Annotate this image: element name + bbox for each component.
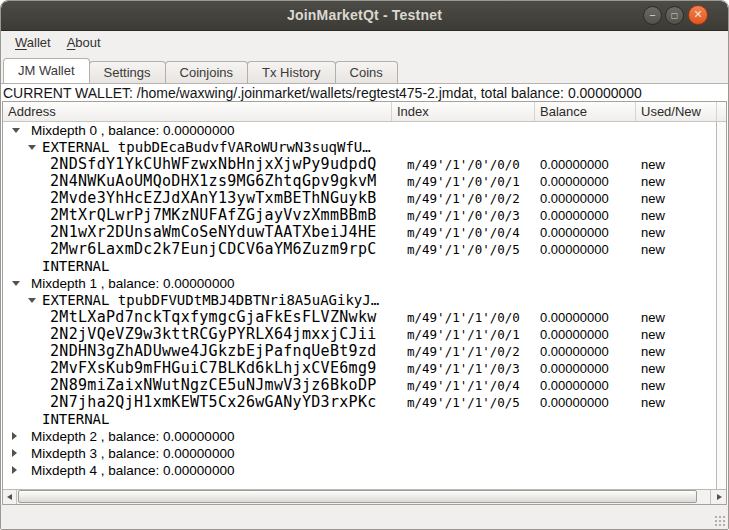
collapse-arrow-icon[interactable] bbox=[12, 128, 20, 133]
address-cell: 2N1wXr2DUnsaWmCoSeNYduwTAATXbeiJ4HE bbox=[3, 224, 392, 241]
status-cell: new bbox=[636, 157, 716, 172]
index-cell: m/49'/1'/1'/0/1 bbox=[392, 327, 535, 342]
tab-tx-history[interactable]: Tx History bbox=[247, 61, 336, 83]
status-bar bbox=[1, 505, 728, 529]
tree-row[interactable]: Mixdepth 1 , balance: 0.00000000 bbox=[3, 275, 716, 292]
address-cell: 2Mwr6LaxmDc2k7EunjCDCV6aYM6Zuzm9rpC bbox=[3, 241, 392, 258]
address-cell: EXTERNAL tpubDFVUDtMBJ4DBTNri8A5uAGikyJ… bbox=[3, 292, 392, 309]
status-cell: new bbox=[636, 225, 716, 240]
tree-row[interactable]: 2MtXrQLwrPj7MKzNUFAfZGjayVvzXmmBBmBm/49'… bbox=[3, 207, 716, 224]
row-label: Mixdepth 0 , balance: 0.00000000 bbox=[31, 123, 234, 138]
address-cell: Mixdepth 3 , balance: 0.00000000 bbox=[3, 445, 392, 462]
expand-arrow-icon[interactable] bbox=[12, 466, 17, 474]
app-window: JoinMarketQt - Testnet − ▢ ✕ WalletAbout… bbox=[0, 0, 729, 530]
row-label: 2MvFXsKub9mFHGuiC7BLKd6kLhjxCVE6mg9 bbox=[50, 360, 377, 377]
horizontal-scrollbar-thumb[interactable] bbox=[18, 490, 697, 503]
collapse-arrow-icon[interactable] bbox=[12, 281, 20, 286]
address-cell: 2MvFXsKub9mFHGuiC7BLKd6kLhjxCVE6mg9 bbox=[3, 360, 392, 377]
tab-coinjoins[interactable]: Coinjoins bbox=[165, 61, 248, 83]
tree-row[interactable]: 2NDHN3gZhADUwwe4JGkzbEjPafnqUeBt9zdm/49'… bbox=[3, 343, 716, 360]
scroll-left-button[interactable] bbox=[3, 490, 17, 504]
balance-cell: 0.00000000 bbox=[535, 174, 636, 189]
tab-jm-wallet[interactable]: JM Wallet bbox=[3, 58, 90, 83]
expand-arrow-icon[interactable] bbox=[12, 432, 17, 440]
tree-row[interactable]: 2N2jVQeVZ9w3kttRCGyPYRLX64jmxxjCJiim/49'… bbox=[3, 326, 716, 343]
address-cell: 2Mvde3YhHcEZJdXAnY13ywTxmBEThNGuykB bbox=[3, 190, 392, 207]
balance-cell: 0.00000000 bbox=[535, 327, 636, 342]
balance-cell: 0.00000000 bbox=[535, 225, 636, 240]
menubar: WalletAbout bbox=[1, 31, 728, 57]
tree-row[interactable]: 2N89miZaixNWutNgzCE5uNJmwV3jz6BkoDPm/49'… bbox=[3, 377, 716, 394]
tree-row[interactable]: 2MtLXaPd7nckTqxfymgcGjaFkEsFLVZNwkwm/49'… bbox=[3, 309, 716, 326]
balance-cell: 0.00000000 bbox=[535, 395, 636, 410]
row-label: 2Mvde3YhHcEZJdXAnY13ywTxmBEThNGuykB bbox=[50, 190, 377, 207]
tree-row[interactable]: Mixdepth 4 , balance: 0.00000000 bbox=[3, 462, 716, 479]
status-cell: new bbox=[636, 208, 716, 223]
address-cell: Mixdepth 1 , balance: 0.00000000 bbox=[3, 275, 392, 292]
titlebar[interactable]: JoinMarketQt - Testnet − ▢ ✕ bbox=[1, 1, 728, 31]
tree-row[interactable]: 2N1wXr2DUnsaWmCoSeNYduwTAATXbeiJ4HEm/49'… bbox=[3, 224, 716, 241]
scroll-right-button[interactable] bbox=[710, 490, 726, 504]
vertical-scrollbar[interactable] bbox=[716, 122, 726, 489]
row-label: INTERNAL bbox=[42, 258, 109, 274]
row-label: 2Mwr6LaxmDc2k7EunjCDCV6aYM6Zuzm9rpC bbox=[50, 241, 377, 258]
tab-settings[interactable]: Settings bbox=[89, 61, 166, 83]
tree-row[interactable]: EXTERNAL tpubDEcaBudvfVARoWUrwN3suqWfU… bbox=[3, 139, 716, 156]
resize-grip[interactable] bbox=[713, 514, 725, 526]
status-cell: new bbox=[636, 242, 716, 257]
wallet-tab-pane: CURRENT WALLET: /home/waxwing/.joinmarke… bbox=[1, 83, 728, 505]
row-label: Mixdepth 2 , balance: 0.00000000 bbox=[31, 429, 234, 444]
menu-item-wallet[interactable]: Wallet bbox=[7, 31, 59, 50]
column-header-balance[interactable]: Balance bbox=[535, 102, 636, 121]
row-label: 2N89miZaixNWutNgzCE5uNJmwV3jz6BkoDP bbox=[50, 377, 377, 394]
minimize-button[interactable]: − bbox=[643, 6, 662, 25]
row-label: INTERNAL bbox=[42, 411, 109, 427]
column-header-address[interactable]: Address bbox=[3, 102, 392, 121]
tree-row[interactable]: 2N4NWKuAoUMQoDHX1zs9MG6ZhtqGpv9gkvMm/49'… bbox=[3, 173, 716, 190]
column-header-used-new[interactable]: Used/New bbox=[636, 102, 716, 121]
tree-row[interactable]: INTERNAL bbox=[3, 258, 716, 275]
index-cell: m/49'/1'/1'/0/5 bbox=[392, 395, 535, 410]
row-label: 2MtLXaPd7nckTqxfymgcGjaFkEsFLVZNwkw bbox=[50, 309, 377, 326]
column-header-index[interactable]: Index bbox=[392, 102, 535, 121]
maximize-button[interactable]: ▢ bbox=[665, 6, 684, 25]
tree-row[interactable]: 2Mvde3YhHcEZJdXAnY13ywTxmBEThNGuykBm/49'… bbox=[3, 190, 716, 207]
balance-cell: 0.00000000 bbox=[535, 191, 636, 206]
index-cell: m/49'/1'/1'/0/4 bbox=[392, 378, 535, 393]
current-wallet-label: CURRENT WALLET: /home/waxwing/.joinmarke… bbox=[3, 85, 726, 101]
collapse-arrow-icon[interactable] bbox=[28, 145, 36, 150]
tree-row[interactable]: EXTERNAL tpubDFVUDtMBJ4DBTNri8A5uAGikyJ… bbox=[3, 292, 716, 309]
tree-row[interactable]: 2MvFXsKub9mFHGuiC7BLKd6kLhjxCVE6mg9m/49'… bbox=[3, 360, 716, 377]
row-label: 2N7jha2QjH1xmKEWT5Cx26wGANyYD3rxPKc bbox=[50, 394, 377, 411]
status-cell: new bbox=[636, 174, 716, 189]
tree-row[interactable]: Mixdepth 3 , balance: 0.00000000 bbox=[3, 445, 716, 462]
balance-cell: 0.00000000 bbox=[535, 242, 636, 257]
tree-row[interactable]: 2NDSfdY1YkCUhWFzwxNbHnjxXjwPy9udpdQm/49'… bbox=[3, 156, 716, 173]
balance-cell: 0.00000000 bbox=[535, 310, 636, 325]
tree-row[interactable]: INTERNAL bbox=[3, 411, 716, 428]
address-cell: Mixdepth 0 , balance: 0.00000000 bbox=[3, 122, 392, 139]
address-cell: 2N89miZaixNWutNgzCE5uNJmwV3jz6BkoDP bbox=[3, 377, 392, 394]
index-cell: m/49'/1'/0'/0/4 bbox=[392, 225, 535, 240]
collapse-arrow-icon[interactable] bbox=[28, 298, 36, 303]
close-button[interactable]: ✕ bbox=[688, 5, 708, 25]
status-cell: new bbox=[636, 361, 716, 376]
header-spacer bbox=[716, 102, 726, 121]
tree-row[interactable]: Mixdepth 2 , balance: 0.00000000 bbox=[3, 428, 716, 445]
address-cell: Mixdepth 4 , balance: 0.00000000 bbox=[3, 462, 392, 479]
tab-coins[interactable]: Coins bbox=[335, 61, 398, 83]
status-cell: new bbox=[636, 310, 716, 325]
expand-arrow-icon[interactable] bbox=[12, 449, 17, 457]
tab-bar: JM WalletSettingsCoinjoinsTx HistoryCoin… bbox=[1, 57, 728, 83]
menu-item-about[interactable]: About bbox=[59, 31, 109, 50]
horizontal-scrollbar[interactable] bbox=[3, 489, 726, 504]
tree-row[interactable]: Mixdepth 0 , balance: 0.00000000 bbox=[3, 122, 716, 139]
address-cell: 2MtLXaPd7nckTqxfymgcGjaFkEsFLVZNwkw bbox=[3, 309, 392, 326]
status-cell: new bbox=[636, 378, 716, 393]
row-label: 2NDHN3gZhADUwwe4JGkzbEjPafnqUeBt9zd bbox=[50, 343, 377, 360]
tree-row[interactable]: 2N7jha2QjH1xmKEWT5Cx26wGANyYD3rxPKcm/49'… bbox=[3, 394, 716, 411]
tree-row[interactable]: 2Mwr6LaxmDc2k7EunjCDCV6aYM6Zuzm9rpCm/49'… bbox=[3, 241, 716, 258]
index-cell: m/49'/1'/0'/0/3 bbox=[392, 208, 535, 223]
address-cell: INTERNAL bbox=[3, 411, 392, 428]
index-cell: m/49'/1'/0'/0/1 bbox=[392, 174, 535, 189]
